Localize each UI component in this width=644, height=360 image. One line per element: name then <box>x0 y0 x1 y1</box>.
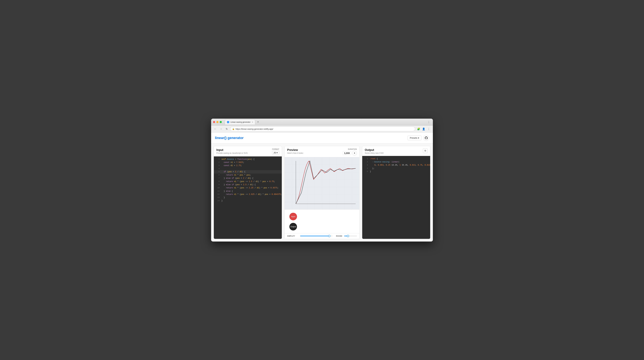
output-ball-label: Output <box>290 225 296 228</box>
minimize-button[interactable] <box>216 121 218 123</box>
simplify-slider-track[interactable] <box>300 236 332 236</box>
addressbar-actions: 🧩 👤 ⋮ <box>416 127 431 131</box>
code-line-13: 13 } <box>214 196 282 199</box>
format-select[interactable]: JS ▾ <box>272 151 279 155</box>
chart-svg <box>284 157 360 209</box>
code-line-7: 7 } else if (pos < 2 / d1) { <box>214 177 282 180</box>
input-ball-label: Input <box>291 215 296 218</box>
duration-section: DURATION 1,333 ⏸ <box>343 148 357 156</box>
code-line-11: 11 } else { <box>214 190 282 193</box>
copy-icon: ⧉ <box>424 149 426 152</box>
input-panel: Input Provide easing as JavaScript or SV… <box>214 146 282 239</box>
output-line-4: 4 ); <box>362 167 430 170</box>
input-panel-subtitle: Provide easing as JavaScript or SVG <box>216 152 248 154</box>
output-panel-subtitle: Some shiny new CSS! <box>365 152 384 154</box>
easing-chart <box>284 157 360 209</box>
simplify-slider-row: SIMPLIFY ROUND <box>287 235 357 237</box>
output-panel-header: Output Some shiny new CSS! ⧉ <box>362 146 430 156</box>
code-line-3: 3 const d1 = 2.75; <box>214 164 282 167</box>
profile-button[interactable]: 👤 <box>422 127 426 131</box>
close-button[interactable] <box>213 121 215 123</box>
round-label: ROUND <box>334 235 342 237</box>
format-value: JS <box>274 152 276 154</box>
presets-chevron-icon: ▾ <box>418 137 419 139</box>
output-line-2: 2 --bounce-easing: linear( <box>362 160 430 164</box>
extensions-button[interactable]: 🧩 <box>416 127 421 131</box>
app-container: linear() generator Presets ▾ Inp <box>211 133 433 241</box>
output-line-3: 3 0, 0.063, 0.25 18.2%, 1 36.4%, 0.813, … <box>362 164 430 167</box>
code-editor[interactable]: 1 self.bounce = function(pos) { 2 const … <box>214 157 282 239</box>
back-button[interactable]: ← <box>213 127 218 131</box>
preview-panel-subtitle: Here's how it looks: <box>287 152 304 154</box>
output-panel-info: Output Some shiny new CSS! <box>365 148 384 154</box>
code-line-14: 14 } <box>214 199 282 202</box>
simplify-slider-fill <box>300 236 329 236</box>
round-slider-track[interactable] <box>344 236 357 236</box>
preview-panel-title: Preview <box>287 148 304 152</box>
pause-icon: ⏸ <box>354 152 356 154</box>
active-tab[interactable]: Linear easing generator × <box>225 119 255 125</box>
round-slider-thumb[interactable] <box>347 235 349 237</box>
simplify-slider-thumb[interactable] <box>328 235 330 237</box>
output-line-5: 5 } <box>362 170 430 173</box>
tab-title: Linear easing generator <box>230 121 250 123</box>
code-line-8: 8 return n1 * (pos -= 1.5 / d1) * pos + … <box>214 180 282 183</box>
duration-label: DURATION <box>348 148 357 150</box>
menu-button[interactable]: ⋮ <box>426 127 431 131</box>
code-line-12: 12 return n1 * (pos -= 2.625 / d1) * pos… <box>214 193 282 196</box>
github-button[interactable] <box>423 135 429 141</box>
format-label: FORMAT <box>272 148 279 150</box>
app-header: linear() generator Presets ▾ <box>211 133 433 144</box>
forward-button[interactable]: → <box>219 127 223 131</box>
app-logo: linear() generator <box>215 136 244 140</box>
animation-preview: Input Output <box>284 209 360 233</box>
addressbar: ← → ↻ 🔒 https://linear-easing-generator.… <box>211 126 433 133</box>
input-panel-info: Input Provide easing as JavaScript or SV… <box>216 148 248 154</box>
tab-favicon <box>227 121 229 123</box>
lock-icon: 🔒 <box>232 128 234 130</box>
output-panel: Output Some shiny new CSS! ⧉ 1 :root { 2… <box>362 146 430 239</box>
sliders-area: SIMPLIFY ROUND <box>284 233 360 239</box>
more-options-button[interactable]: ⋮ <box>426 120 431 124</box>
maximize-button[interactable] <box>220 121 222 123</box>
header-right: Presets ▾ <box>408 135 429 141</box>
browser-window: Linear easing generator × + ⋮ ← → ↻ 🔒 ht… <box>211 119 433 241</box>
github-icon <box>425 137 428 139</box>
address-input[interactable]: 🔒 https://linear-easing-generator.netlif… <box>230 127 415 131</box>
format-chevron-icon: ▾ <box>276 152 278 154</box>
duration-controls: 1,333 ⏸ <box>343 151 357 156</box>
presets-label: Presets <box>410 137 417 139</box>
titlebar: Linear easing generator × + ⋮ <box>211 119 433 126</box>
output-line-1: 1 :root { <box>362 157 430 160</box>
new-tab-button[interactable]: + <box>256 120 260 124</box>
tab-close-button[interactable]: × <box>252 121 253 123</box>
code-line-2: 2 const n1 = 7.5625; <box>214 161 282 164</box>
simplify-label: SIMPLIFY <box>287 235 298 237</box>
output-panel-title: Output <box>365 148 384 152</box>
output-ball-row: Output <box>289 223 355 230</box>
duration-value[interactable]: 1,333 <box>343 151 351 155</box>
output-code-editor: 1 :root { 2 --bounce-easing: linear( 3 0… <box>362 156 430 239</box>
input-panel-title: Input <box>216 148 248 152</box>
traffic-lights <box>213 121 222 123</box>
output-ball[interactable]: Output <box>289 223 297 230</box>
input-ball[interactable]: Input <box>289 213 297 220</box>
code-line-9: 9 } else if (pos < 2.5 / d1) { <box>214 183 282 186</box>
main-layout: Input Provide easing as JavaScript or SV… <box>211 144 433 241</box>
copy-button[interactable]: ⧉ <box>423 148 428 153</box>
preview-panel: Preview Here's how it looks: DURATION 1,… <box>284 146 360 239</box>
pause-button[interactable]: ⏸ <box>352 151 357 156</box>
url-text: https://linear-easing-generator.netlify.… <box>236 128 273 130</box>
code-line-1: 1 self.bounce = function(pos) { <box>214 158 282 161</box>
format-selector: FORMAT JS ▾ <box>272 148 279 155</box>
presets-button[interactable]: Presets ▾ <box>408 136 422 140</box>
preview-panel-header: Preview Here's how it looks: DURATION 1,… <box>284 146 360 157</box>
input-ball-row: Input <box>289 213 355 220</box>
code-line-4: 4 <box>214 167 282 170</box>
tab-bar: Linear easing generator × + <box>225 119 425 125</box>
code-line-10: 10 return n1 * (pos -= 2.25 / d1) * pos … <box>214 186 282 189</box>
input-panel-header: Input Provide easing as JavaScript or SV… <box>214 146 282 157</box>
code-line-5: 5 if (pos < 1 / d1) { <box>214 170 282 173</box>
preview-panel-info: Preview Here's how it looks: <box>287 148 304 154</box>
reload-button[interactable]: ↻ <box>224 127 229 131</box>
